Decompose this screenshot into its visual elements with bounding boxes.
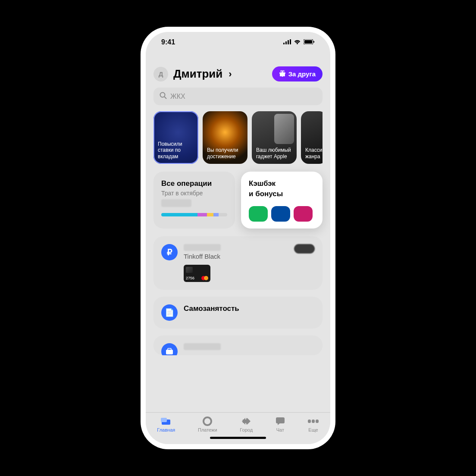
home-indicator[interactable]: [210, 437, 266, 439]
screen: 9:41 Д Дмитрий ›: [146, 32, 330, 444]
svg-marker-18: [247, 418, 251, 425]
story-item[interactable]: Классика жанра: [301, 111, 323, 164]
account-balance-hidden: [184, 244, 221, 251]
cashback-category-pill: [271, 206, 290, 222]
svg-rect-22: [312, 420, 315, 423]
stories-strip[interactable]: Повысили ставки по вкладам Вы получили д…: [153, 111, 323, 164]
search-placeholder: ЖКХ: [170, 93, 185, 100]
status-bar: 9:41: [146, 32, 330, 53]
status-time: 9:41: [161, 38, 175, 46]
tab-chat[interactable]: Чат: [276, 416, 285, 432]
tab-label: Главная: [157, 427, 175, 432]
cashback-category-pill: [294, 206, 313, 222]
ruble-icon: ₽: [161, 244, 178, 260]
battery-icon: [304, 38, 315, 46]
story-item[interactable]: Ваш любимый гаджет Apple: [252, 111, 297, 164]
svg-line-11: [165, 97, 167, 99]
card-last4: 2756: [186, 276, 194, 280]
status-icons: [283, 38, 315, 46]
search-input[interactable]: ЖКХ: [153, 88, 323, 105]
operations-amount-hidden: [161, 199, 191, 207]
story-label: Классика жанра: [305, 147, 323, 160]
svg-rect-13: [168, 348, 171, 350]
svg-rect-15: [161, 418, 167, 422]
tab-payments[interactable]: Платежи: [198, 416, 217, 432]
svg-rect-2: [288, 40, 289, 44]
home-tab-icon: [161, 416, 171, 426]
wifi-icon: [294, 38, 301, 46]
payments-tab-icon: [203, 416, 212, 426]
svg-rect-5: [304, 40, 312, 44]
operations-title: Все операции: [161, 179, 227, 188]
cashback-title-line1: Кэшбэк: [249, 179, 315, 188]
referral-label: За друга: [288, 70, 316, 78]
story-item[interactable]: Повысили ставки по вкладам: [153, 111, 198, 164]
tab-label: Город: [240, 427, 253, 432]
gift-icon: [279, 70, 286, 78]
svg-rect-21: [308, 420, 311, 423]
next-card-partial[interactable]: [153, 335, 323, 355]
partial-hidden: [184, 343, 221, 350]
avatar[interactable]: Д: [153, 67, 168, 81]
header-row: Д Дмитрий › За друга: [153, 66, 323, 81]
cellular-signal-icon: [283, 38, 291, 46]
chat-tab-icon: [276, 416, 285, 426]
city-tab-icon: [241, 416, 251, 426]
svg-rect-6: [313, 41, 314, 43]
svg-point-16: [204, 417, 211, 425]
svg-marker-17: [242, 418, 245, 425]
cashback-widget[interactable]: Кэшбэк и бонусы: [241, 172, 323, 229]
bank-card-thumbnail[interactable]: 2756: [184, 265, 210, 282]
content-area: Д Дмитрий › За друга ЖКХ: [146, 53, 330, 412]
user-block[interactable]: Д Дмитрий ›: [153, 67, 232, 81]
cashback-title-line2: и бонусы: [249, 190, 315, 198]
svg-rect-9: [282, 72, 283, 77]
chevron-right-icon: ›: [229, 69, 232, 80]
account-name: Tinkoff Black: [184, 253, 288, 260]
story-label: Повысили ставки по вкладам: [158, 141, 194, 160]
self-employment-card[interactable]: 📄 Самозанятость: [153, 297, 323, 329]
tab-home[interactable]: Главная: [157, 416, 175, 432]
briefcase-icon: [161, 343, 178, 355]
svg-rect-0: [283, 43, 285, 44]
svg-rect-19: [276, 417, 285, 423]
spending-bar: [161, 213, 227, 216]
story-label: Вы получили достижение: [207, 147, 243, 160]
cashback-category-pill: [249, 206, 268, 222]
story-item[interactable]: Вы получили достижение: [203, 111, 247, 164]
svg-point-10: [160, 93, 165, 97]
account-card[interactable]: ₽ Tinkoff Black 2756: [153, 236, 323, 290]
referral-button[interactable]: За друга: [272, 66, 323, 81]
operations-subtitle: Трат в октябре: [161, 190, 227, 197]
operations-widget[interactable]: Все операции Трат в октябре: [153, 172, 235, 229]
tab-label: Платежи: [198, 427, 217, 432]
svg-rect-3: [290, 39, 291, 44]
story-label: Ваш любимый гаджет Apple: [256, 147, 292, 160]
self-employment-label: Самозанятость: [184, 304, 239, 313]
more-tab-icon: [308, 416, 319, 426]
search-icon: [160, 92, 167, 101]
tab-city[interactable]: Город: [240, 416, 253, 432]
tab-label: Чат: [276, 427, 284, 432]
account-secondary-hidden: [294, 244, 315, 254]
phone-frame: 9:41 Д Дмитрий ›: [141, 27, 335, 449]
svg-rect-23: [316, 420, 319, 423]
tab-bar: Главная Платежи Город Чат Еще: [146, 412, 330, 444]
document-icon: 📄: [161, 304, 178, 321]
tab-label: Еще: [308, 427, 318, 432]
user-name: Дмитрий: [173, 67, 222, 81]
tab-more[interactable]: Еще: [308, 416, 319, 432]
widgets-row: Все операции Трат в октябре Кэшбэк и бон…: [153, 172, 323, 229]
svg-rect-1: [285, 41, 287, 44]
cashback-categories: [249, 206, 315, 222]
svg-marker-20: [278, 423, 280, 425]
mastercard-icon: [201, 276, 208, 280]
